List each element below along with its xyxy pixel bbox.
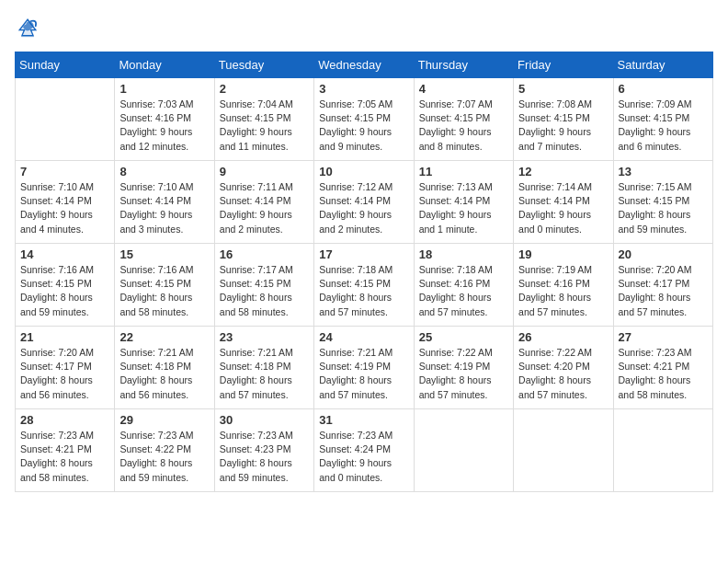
calendar-cell: 25Sunrise: 7:22 AMSunset: 4:19 PMDayligh… (414, 327, 513, 409)
calendar-cell: 14Sunrise: 7:16 AMSunset: 4:15 PMDayligh… (16, 244, 115, 327)
day-info: Sunrise: 7:08 AMSunset: 4:15 PMDaylight:… (518, 98, 608, 154)
day-info: Sunrise: 7:03 AMSunset: 4:16 PMDaylight:… (119, 98, 209, 154)
calendar-cell: 11Sunrise: 7:13 AMSunset: 4:14 PMDayligh… (414, 161, 513, 244)
calendar-cell: 6Sunrise: 7:09 AMSunset: 4:15 PMDaylight… (613, 78, 712, 161)
calendar-cell: 1Sunrise: 7:03 AMSunset: 4:16 PMDaylight… (115, 78, 214, 161)
calendar-cell: 19Sunrise: 7:19 AMSunset: 4:16 PMDayligh… (514, 244, 613, 327)
calendar-cell: 24Sunrise: 7:21 AMSunset: 4:19 PMDayligh… (314, 327, 414, 409)
calendar-cell (414, 409, 513, 492)
week-row-2: 7Sunrise: 7:10 AMSunset: 4:14 PMDaylight… (16, 161, 713, 244)
day-number: 26 (518, 330, 608, 344)
calendar-cell: 18Sunrise: 7:18 AMSunset: 4:16 PMDayligh… (414, 244, 513, 327)
calendar-table: SundayMondayTuesdayWednesdayThursdayFrid… (15, 52, 713, 492)
day-info: Sunrise: 7:21 AMSunset: 4:18 PMDaylight:… (220, 346, 309, 402)
day-info: Sunrise: 7:10 AMSunset: 4:14 PMDaylight:… (119, 180, 209, 236)
calendar-cell: 17Sunrise: 7:18 AMSunset: 4:15 PMDayligh… (314, 244, 414, 327)
day-number: 2 (220, 82, 309, 96)
calendar-cell (16, 78, 115, 161)
day-number: 27 (619, 330, 708, 344)
calendar-header-row: SundayMondayTuesdayWednesdayThursdayFrid… (16, 52, 713, 78)
day-info: Sunrise: 7:23 AMSunset: 4:24 PMDaylight:… (319, 429, 408, 485)
day-number: 14 (20, 247, 109, 261)
day-number: 28 (20, 413, 109, 427)
day-info: Sunrise: 7:22 AMSunset: 4:20 PMDaylight:… (518, 346, 608, 402)
day-number: 20 (619, 247, 708, 261)
calendar-cell: 2Sunrise: 7:04 AMSunset: 4:15 PMDaylight… (214, 78, 313, 161)
calendar-cell: 21Sunrise: 7:20 AMSunset: 4:17 PMDayligh… (16, 327, 115, 409)
day-number: 4 (419, 82, 508, 96)
day-header-friday: Friday (514, 52, 613, 78)
calendar-cell: 7Sunrise: 7:10 AMSunset: 4:14 PMDaylight… (16, 161, 115, 244)
calendar-cell: 29Sunrise: 7:23 AMSunset: 4:22 PMDayligh… (115, 409, 214, 492)
day-number: 21 (20, 330, 109, 344)
week-row-4: 21Sunrise: 7:20 AMSunset: 4:17 PMDayligh… (16, 327, 713, 409)
day-info: Sunrise: 7:19 AMSunset: 4:16 PMDaylight:… (518, 263, 608, 319)
day-info: Sunrise: 7:23 AMSunset: 4:21 PMDaylight:… (20, 429, 109, 485)
day-info: Sunrise: 7:16 AMSunset: 4:15 PMDaylight:… (119, 263, 209, 319)
day-number: 5 (518, 82, 608, 96)
day-number: 12 (518, 165, 608, 178)
day-header-thursday: Thursday (414, 52, 513, 78)
day-info: Sunrise: 7:23 AMSunset: 4:22 PMDaylight:… (119, 429, 209, 485)
day-info: Sunrise: 7:14 AMSunset: 4:14 PMDaylight:… (518, 180, 608, 236)
calendar-cell: 26Sunrise: 7:22 AMSunset: 4:20 PMDayligh… (514, 327, 613, 409)
logo (15, 15, 44, 40)
day-info: Sunrise: 7:13 AMSunset: 4:14 PMDaylight:… (419, 180, 508, 236)
calendar-cell: 12Sunrise: 7:14 AMSunset: 4:14 PMDayligh… (514, 161, 613, 244)
calendar-cell: 20Sunrise: 7:20 AMSunset: 4:17 PMDayligh… (613, 244, 712, 327)
day-header-wednesday: Wednesday (314, 52, 414, 78)
calendar-cell: 31Sunrise: 7:23 AMSunset: 4:24 PMDayligh… (314, 409, 414, 492)
day-info: Sunrise: 7:12 AMSunset: 4:14 PMDaylight:… (319, 180, 408, 236)
day-number: 6 (619, 82, 708, 96)
day-number: 7 (20, 165, 109, 178)
day-number: 3 (319, 82, 408, 96)
day-number: 13 (619, 165, 708, 178)
day-number: 11 (419, 165, 508, 178)
day-info: Sunrise: 7:18 AMSunset: 4:16 PMDaylight:… (419, 263, 508, 319)
day-number: 9 (220, 165, 309, 178)
day-number: 25 (419, 330, 508, 344)
calendar-cell: 5Sunrise: 7:08 AMSunset: 4:15 PMDaylight… (514, 78, 613, 161)
week-row-5: 28Sunrise: 7:23 AMSunset: 4:21 PMDayligh… (16, 409, 713, 492)
day-number: 23 (220, 330, 309, 344)
day-number: 17 (319, 247, 408, 261)
calendar-cell: 9Sunrise: 7:11 AMSunset: 4:14 PMDaylight… (214, 161, 313, 244)
calendar-cell: 22Sunrise: 7:21 AMSunset: 4:18 PMDayligh… (115, 327, 214, 409)
day-number: 31 (319, 413, 408, 427)
day-info: Sunrise: 7:07 AMSunset: 4:15 PMDaylight:… (419, 98, 508, 154)
day-info: Sunrise: 7:18 AMSunset: 4:15 PMDaylight:… (319, 263, 408, 319)
calendar-cell: 3Sunrise: 7:05 AMSunset: 4:15 PMDaylight… (314, 78, 414, 161)
day-header-tuesday: Tuesday (214, 52, 313, 78)
calendar-cell: 30Sunrise: 7:23 AMSunset: 4:23 PMDayligh… (214, 409, 313, 492)
day-header-monday: Monday (115, 52, 214, 78)
calendar-cell: 10Sunrise: 7:12 AMSunset: 4:14 PMDayligh… (314, 161, 414, 244)
day-info: Sunrise: 7:15 AMSunset: 4:15 PMDaylight:… (619, 180, 708, 236)
day-info: Sunrise: 7:22 AMSunset: 4:19 PMDaylight:… (419, 346, 508, 402)
calendar-cell: 4Sunrise: 7:07 AMSunset: 4:15 PMDaylight… (414, 78, 513, 161)
day-info: Sunrise: 7:10 AMSunset: 4:14 PMDaylight:… (20, 180, 109, 236)
day-info: Sunrise: 7:11 AMSunset: 4:14 PMDaylight:… (220, 180, 309, 236)
day-number: 24 (319, 330, 408, 344)
day-header-saturday: Saturday (613, 52, 712, 78)
day-info: Sunrise: 7:21 AMSunset: 4:18 PMDaylight:… (119, 346, 209, 402)
day-info: Sunrise: 7:20 AMSunset: 4:17 PMDaylight:… (619, 263, 708, 319)
calendar-cell: 15Sunrise: 7:16 AMSunset: 4:15 PMDayligh… (115, 244, 214, 327)
calendar-cell: 16Sunrise: 7:17 AMSunset: 4:15 PMDayligh… (214, 244, 313, 327)
day-number: 8 (119, 165, 209, 178)
day-number: 16 (220, 247, 309, 261)
day-info: Sunrise: 7:23 AMSunset: 4:21 PMDaylight:… (619, 346, 708, 402)
day-number: 22 (119, 330, 209, 344)
calendar-cell: 28Sunrise: 7:23 AMSunset: 4:21 PMDayligh… (16, 409, 115, 492)
day-number: 15 (119, 247, 209, 261)
calendar-cell (514, 409, 613, 492)
calendar-cell: 23Sunrise: 7:21 AMSunset: 4:18 PMDayligh… (214, 327, 313, 409)
week-row-3: 14Sunrise: 7:16 AMSunset: 4:15 PMDayligh… (16, 244, 713, 327)
day-number: 30 (220, 413, 309, 427)
day-number: 1 (119, 82, 209, 96)
day-info: Sunrise: 7:09 AMSunset: 4:15 PMDaylight:… (619, 98, 708, 154)
day-info: Sunrise: 7:16 AMSunset: 4:15 PMDaylight:… (20, 263, 109, 319)
day-number: 18 (419, 247, 508, 261)
day-number: 29 (119, 413, 209, 427)
calendar-cell: 27Sunrise: 7:23 AMSunset: 4:21 PMDayligh… (613, 327, 712, 409)
day-info: Sunrise: 7:04 AMSunset: 4:15 PMDaylight:… (220, 98, 309, 154)
